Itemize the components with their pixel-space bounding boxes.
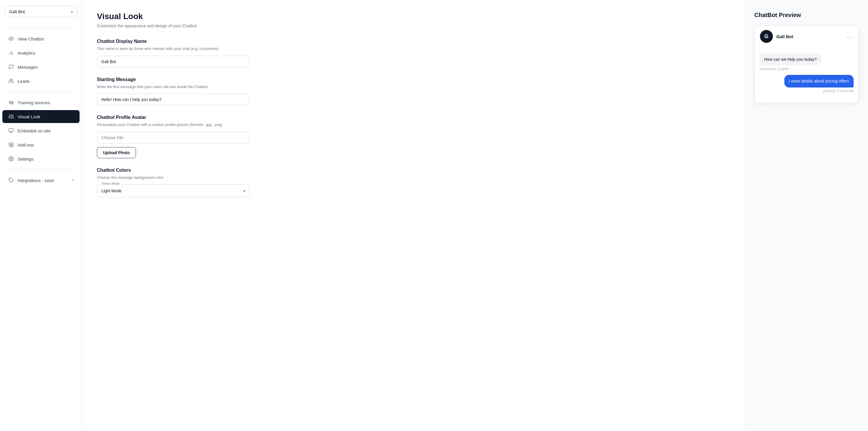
bot-message-timestamp: 22/02/2024, 5:10PM xyxy=(760,67,854,71)
chatbot-colors-title: Chatbot Colors xyxy=(97,167,250,173)
preview-panel: ChatBot Preview G Gali Bot ⌄⌄ How can we… xyxy=(745,0,868,431)
sidebar-item-label: Integrations - soon xyxy=(18,178,68,183)
chatbot-header: G Gali Bot ⌄⌄ xyxy=(755,26,858,47)
chevron-down-icon: ▾ xyxy=(71,10,73,14)
sidebar-item-analytics[interactable]: Analytics xyxy=(2,47,80,59)
chevron-down-icon: ▾ xyxy=(72,179,74,182)
preview-title: ChatBot Preview xyxy=(754,12,801,19)
chat-icon xyxy=(8,64,14,70)
profile-avatar-desc: Personalize your Chatbot with a custom p… xyxy=(97,122,250,128)
starting-message-title: Starting Message xyxy=(97,77,250,82)
select-mode-wrapper: Select Mode Light Mode Dark Mode ▾ xyxy=(97,184,250,197)
sidebar-item-integrations[interactable]: Integrations - soon ▾ xyxy=(2,174,80,187)
users-icon xyxy=(8,78,14,84)
chatbot-preview-card: G Gali Bot ⌄⌄ How can we help you today?… xyxy=(754,26,859,103)
graduation-icon xyxy=(8,99,14,105)
sidebar-item-view-chatbot[interactable]: View Chatbot xyxy=(2,32,80,45)
chatbot-colors-desc: Choose the message background color. xyxy=(97,175,250,181)
avatar: G xyxy=(760,30,773,43)
user-message-timestamp: 2/8/2024, 5:11:00 PM xyxy=(760,89,854,93)
sidebar-item-label: View Chatbot xyxy=(18,36,74,41)
layers-icon xyxy=(8,142,14,148)
sidebar-item-leads[interactable]: Leads xyxy=(2,74,80,88)
display-name-section: Chatbot Display Name This name is seen b… xyxy=(97,39,250,67)
display-name-desc: This name is seen by those who interact … xyxy=(97,46,250,52)
collapse-icon[interactable]: ⌄⌄ xyxy=(846,34,853,39)
svg-rect-14 xyxy=(9,129,13,132)
embed-icon xyxy=(8,128,14,133)
message-row-user: I want details about pricing offers xyxy=(760,75,854,87)
starting-message-input[interactable] xyxy=(97,94,250,105)
sidebar-item-messages[interactable]: Messages xyxy=(2,60,80,73)
color-mode-select[interactable]: Light Mode Dark Mode xyxy=(97,184,250,197)
sidebar-item-training-sources[interactable]: Training sources xyxy=(2,96,80,109)
starting-message-section: Starting Message Write the first message… xyxy=(97,77,250,106)
sidebar: Gali Bot ▾ View Chatbot Analytics Messag… xyxy=(0,0,82,431)
sidebar-item-label: Analytics xyxy=(18,51,74,56)
chatbot-header-left: G Gali Bot xyxy=(760,30,794,43)
bot-selector[interactable]: Gali Bot ▾ xyxy=(5,6,77,17)
chatbot-bot-name: Gali Bot xyxy=(776,34,794,39)
display-name-input[interactable] xyxy=(97,56,250,67)
profile-avatar-section: Chatbot Profile Avatar Personalize your … xyxy=(97,115,250,158)
user-message-bubble: I want details about pricing offers xyxy=(784,75,854,87)
sliders-icon xyxy=(8,114,14,120)
main-content: Visual Look Customize the appearance and… xyxy=(82,0,745,431)
chatbot-messages: How can we help you today? 22/02/2024, 5… xyxy=(755,47,858,103)
svg-marker-17 xyxy=(9,143,13,145)
sidebar-item-visual-look[interactable]: Visual Look xyxy=(2,110,80,123)
sidebar-item-label: Training sources xyxy=(18,100,74,105)
chatbot-colors-section: Chatbot Colors Choose the message backgr… xyxy=(97,167,250,197)
file-input[interactable] xyxy=(97,132,250,144)
sidebar-item-label: Leads xyxy=(18,79,74,84)
bar-chart-icon xyxy=(8,50,14,56)
sidebar-item-label: Messages xyxy=(18,65,74,69)
sidebar-item-add-ons[interactable]: Add-ons xyxy=(2,138,80,151)
profile-avatar-title: Chatbot Profile Avatar xyxy=(97,115,250,120)
page-title: Visual Look xyxy=(97,12,730,21)
bot-message-bubble: How can we help you today? xyxy=(760,53,821,65)
sidebar-item-settings[interactable]: Settings xyxy=(2,152,80,165)
svg-point-4 xyxy=(10,79,11,81)
select-mode-label: Select Mode xyxy=(100,182,121,185)
sidebar-divider-bot xyxy=(5,170,77,170)
eye-icon xyxy=(8,36,14,42)
display-name-title: Chatbot Display Name xyxy=(97,39,250,44)
gear-icon xyxy=(8,156,14,162)
sidebar-divider-top xyxy=(5,28,77,28)
upload-photo-button[interactable]: Upload Photo xyxy=(97,147,136,158)
sidebar-item-label: Settings xyxy=(18,156,74,161)
message-row-bot: How can we help you today? xyxy=(760,53,854,65)
svg-point-18 xyxy=(10,158,12,160)
sidebar-item-label: Embeded on site xyxy=(18,128,74,133)
sidebar-item-label: Visual Look xyxy=(18,114,74,119)
page-subtitle: Customize the appearance and design of y… xyxy=(97,24,730,28)
puzzle-icon xyxy=(8,177,14,183)
starting-message-desc: Write the first message that your users … xyxy=(97,84,250,90)
bot-selector-name: Gali Bot xyxy=(9,9,25,14)
sidebar-item-embeded-on-site[interactable]: Embeded on site xyxy=(2,124,80,137)
svg-point-0 xyxy=(10,38,12,40)
sidebar-divider-mid xyxy=(5,92,77,92)
sidebar-item-label: Add-ons xyxy=(18,143,74,147)
